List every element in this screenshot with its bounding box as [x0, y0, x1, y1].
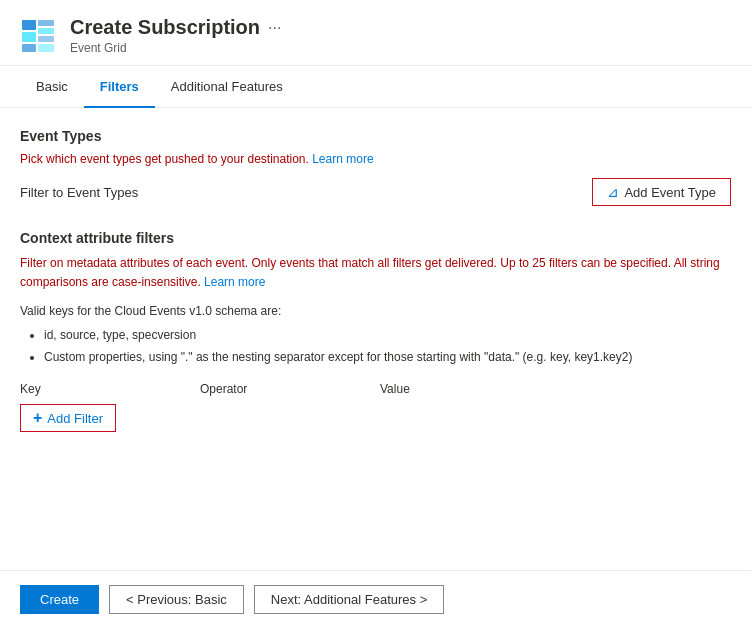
add-filter-button[interactable]: + Add Filter [20, 404, 116, 432]
column-key-label: Key [20, 382, 200, 396]
svg-rect-0 [22, 20, 36, 30]
svg-rect-1 [22, 32, 36, 42]
event-grid-icon [20, 18, 56, 54]
filter-columns-header: Key Operator Value [20, 382, 731, 396]
context-filters-description: Filter on metadata attributes of each ev… [20, 254, 731, 292]
filter-to-event-types-label: Filter to Event Types [20, 185, 138, 200]
tab-additional-features[interactable]: Additional Features [155, 67, 299, 108]
header-text-group: Create Subscription ··· Event Grid [70, 16, 281, 55]
add-event-type-label: Add Event Type [624, 185, 716, 200]
svg-rect-6 [38, 44, 54, 52]
previous-button[interactable]: < Previous: Basic [109, 585, 244, 614]
event-types-description: Pick which event types get pushed to you… [20, 150, 731, 168]
event-types-title: Event Types [20, 128, 731, 144]
more-options-icon[interactable]: ··· [268, 19, 281, 37]
bullet-item-1: id, source, type, specversion [44, 326, 731, 344]
event-types-learn-more[interactable]: Learn more [312, 152, 373, 166]
svg-rect-2 [22, 44, 36, 52]
bullet-item-2: Custom properties, using "." as the nest… [44, 348, 731, 366]
page-title: Create Subscription [70, 16, 260, 39]
event-types-section: Event Types Pick which event types get p… [20, 128, 731, 206]
create-button[interactable]: Create [20, 585, 99, 614]
context-filters-title: Context attribute filters [20, 230, 731, 246]
add-filter-label: Add Filter [47, 411, 103, 426]
column-operator-label: Operator [200, 382, 380, 396]
next-button[interactable]: Next: Additional Features > [254, 585, 444, 614]
context-filters-desc-text: Filter on metadata attributes of each ev… [20, 256, 720, 289]
filter-event-row: Filter to Event Types ⊿ Add Event Type [20, 178, 731, 206]
context-filters-learn-more[interactable]: Learn more [204, 275, 265, 289]
svg-rect-5 [38, 36, 54, 42]
page-subtitle: Event Grid [70, 41, 281, 55]
tab-basic[interactable]: Basic [20, 67, 84, 108]
filter-icon: ⊿ [607, 184, 619, 200]
page-header: Create Subscription ··· Event Grid [0, 0, 751, 66]
plus-icon: + [33, 410, 42, 426]
footer-actions: Create < Previous: Basic Next: Additiona… [0, 570, 751, 628]
svg-rect-4 [38, 28, 54, 34]
event-types-desc-text: Pick which event types get pushed to you… [20, 152, 309, 166]
tab-bar: Basic Filters Additional Features [0, 66, 751, 108]
valid-keys-list: id, source, type, specversion Custom pro… [20, 326, 731, 366]
column-value-label: Value [380, 382, 410, 396]
context-filters-section: Context attribute filters Filter on meta… [20, 230, 731, 432]
svg-rect-3 [38, 20, 54, 26]
add-event-type-button[interactable]: ⊿ Add Event Type [592, 178, 731, 206]
tab-filters[interactable]: Filters [84, 67, 155, 108]
main-content: Event Types Pick which event types get p… [0, 108, 751, 570]
valid-keys-description: Valid keys for the Cloud Events v1.0 sch… [20, 302, 731, 320]
